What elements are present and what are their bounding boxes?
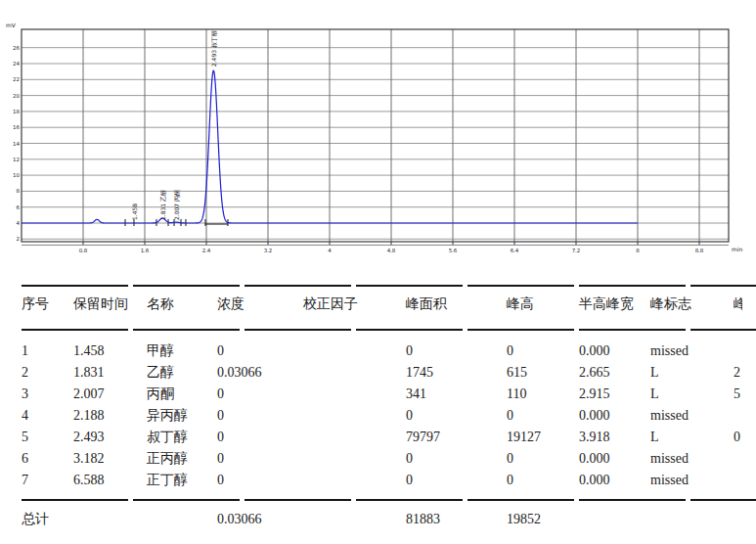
column-header: 峰标志 bbox=[650, 296, 691, 312]
table-cell: 6 bbox=[22, 451, 28, 467]
table-cell: 1745 bbox=[406, 365, 433, 381]
y-tick-label: 22 bbox=[13, 76, 20, 82]
x-tick-label: 2.4 bbox=[202, 248, 211, 253]
table-cell: 异丙醇 bbox=[147, 408, 188, 424]
column-header: 名称 bbox=[147, 296, 174, 312]
table-cell: 0 bbox=[406, 451, 413, 467]
table-cell: 0 bbox=[406, 408, 413, 424]
peak-label: 2.493 叔丁醇 bbox=[210, 30, 218, 67]
table-cell: 0 bbox=[507, 408, 513, 424]
x-tick-label: 4.8 bbox=[387, 248, 396, 253]
x-axis-unit-label: min bbox=[732, 246, 742, 252]
plot-border bbox=[22, 29, 729, 242]
table-cell: 0 bbox=[217, 473, 224, 488]
y-tick-label: 8 bbox=[17, 188, 21, 194]
table-cell: 丙酮 bbox=[147, 386, 174, 402]
table-cell: L bbox=[650, 430, 659, 445]
y-tick-label: 18 bbox=[13, 109, 20, 114]
x-tick-label: 6.4 bbox=[511, 248, 519, 253]
table-cell: 0 bbox=[507, 473, 513, 488]
total-area: 81883 bbox=[406, 512, 440, 527]
x-tick-label: 8.8 bbox=[695, 248, 704, 253]
x-tick-label: 1.6 bbox=[141, 248, 150, 253]
y-tick-label: 20 bbox=[13, 93, 20, 99]
table-cell: 2 bbox=[734, 365, 742, 381]
column-header: 保留时间 bbox=[73, 296, 128, 312]
table-cell: 2 bbox=[22, 365, 28, 381]
table-cell: 3 bbox=[22, 386, 28, 402]
peak-label: 2.007 丙酮 bbox=[173, 190, 181, 220]
x-tick-label: 3.2 bbox=[264, 248, 273, 253]
x-tick-label: 4 bbox=[328, 248, 332, 253]
x-tick-label: 0.8 bbox=[79, 248, 88, 253]
y-tick-label: 4 bbox=[17, 220, 21, 226]
table-cell: 110 bbox=[507, 386, 526, 402]
table-cell: 7 bbox=[22, 473, 28, 488]
y-tick-label: 14 bbox=[13, 141, 20, 147]
table-cell: 0.000 bbox=[579, 473, 610, 488]
column-header: 浓度 bbox=[217, 296, 245, 312]
table-cell: 0 bbox=[217, 451, 224, 467]
table-cell: 0 bbox=[507, 451, 513, 467]
table-cell: 0.000 bbox=[579, 408, 610, 424]
table-cell: 0 bbox=[507, 343, 513, 359]
table-cell: 叔丁醇 bbox=[147, 430, 188, 445]
peak-label: 1.458 bbox=[131, 204, 138, 220]
y-tick-label: 24 bbox=[13, 61, 20, 67]
x-tick-label: 5.6 bbox=[449, 248, 458, 253]
column-header: 峰高 bbox=[507, 296, 534, 312]
chromatogram-plot: 26242220181614121086420.81.62.43.244.85.… bbox=[0, 0, 756, 279]
column-header: 校正因子 bbox=[303, 296, 358, 312]
peak-label: 1.831 乙醇 bbox=[159, 190, 167, 220]
y-tick-label: 6 bbox=[17, 204, 21, 210]
x-tick-label: 7.2 bbox=[572, 248, 581, 253]
table-cell: 2.188 bbox=[73, 408, 105, 424]
table-rule-top bbox=[22, 285, 756, 287]
table-cell: 1 bbox=[22, 343, 28, 359]
table-cell: 2.915 bbox=[579, 386, 610, 402]
table-cell: missed bbox=[650, 451, 689, 467]
table-cell: missed bbox=[650, 473, 689, 488]
chromatogram-panel: mV 26242220181614121086420.81.62.43.244.… bbox=[0, 0, 756, 279]
column-header: 峰 bbox=[734, 296, 742, 312]
table-cell: 0 bbox=[406, 343, 413, 359]
table-cell: missed bbox=[650, 343, 689, 359]
table-cell: 19127 bbox=[507, 430, 541, 445]
table-cell: 1.831 bbox=[73, 365, 105, 381]
table-cell: 5 bbox=[734, 386, 742, 402]
peak-results-table: 序号保留时间名称浓度校正因子峰面积峰高半高峰宽峰标志峰 11.458甲醇0000… bbox=[0, 279, 756, 544]
x-tick-label: 8 bbox=[636, 248, 640, 253]
table-cell: missed bbox=[650, 408, 689, 424]
table-cell: 0.000 bbox=[579, 343, 610, 359]
table-cell: 4 bbox=[22, 408, 28, 424]
column-header: 峰面积 bbox=[406, 296, 447, 312]
table-cell: 0 bbox=[217, 430, 224, 445]
table-cell: 正丙醇 bbox=[147, 451, 188, 467]
y-tick-label: 2 bbox=[17, 236, 21, 242]
total-concentration: 0.03066 bbox=[217, 512, 262, 527]
table-cell: 341 bbox=[406, 386, 426, 402]
table-cell: 6.588 bbox=[73, 473, 105, 488]
table-cell: 0.000 bbox=[579, 451, 610, 467]
table-cell: 2.007 bbox=[73, 386, 105, 402]
table-cell: 0 bbox=[217, 408, 224, 424]
table-rule-total bbox=[22, 499, 756, 501]
table-cell: 0 bbox=[217, 386, 224, 402]
column-header: 序号 bbox=[22, 296, 49, 312]
table-cell: 2.493 bbox=[73, 430, 105, 445]
total-label: 总计 bbox=[22, 512, 49, 527]
table-cell: 甲醇 bbox=[147, 343, 174, 359]
table-cell: 615 bbox=[507, 365, 527, 381]
table-cell: 乙醇 bbox=[147, 365, 174, 381]
table-cell: 0 bbox=[217, 343, 224, 359]
table-cell: 0 bbox=[734, 430, 742, 445]
table-cell: 2.665 bbox=[579, 365, 610, 381]
y-tick-label: 16 bbox=[13, 124, 20, 130]
table-cell: 3.182 bbox=[73, 451, 105, 467]
table-cell: 0.03066 bbox=[217, 365, 262, 381]
column-header: 半高峰宽 bbox=[579, 296, 634, 312]
total-height: 19852 bbox=[507, 512, 541, 527]
table-cell: 正丁醇 bbox=[147, 473, 188, 488]
table-cell: 0 bbox=[406, 473, 413, 488]
table-cell: 1.458 bbox=[73, 343, 105, 359]
